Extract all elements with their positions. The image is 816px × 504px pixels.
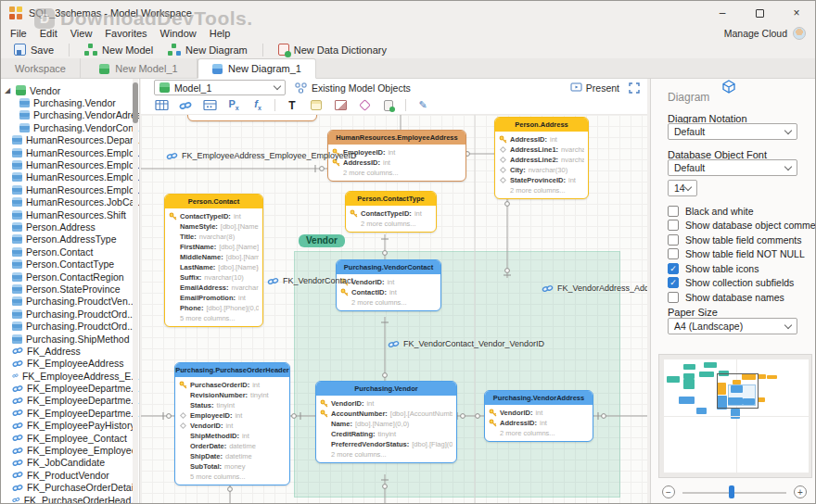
sidebar-item-humanresources-emplo-[interactable]: HumanResources.Emplo... [1, 146, 139, 158]
sidebar-item-fk-employeeaddress-e-[interactable]: FK_EmployeeAddress_E... [1, 370, 139, 382]
diagram-notation-select[interactable]: Default [668, 123, 797, 140]
new-data-dictionary-button[interactable]: New Data Dictionary [274, 43, 390, 57]
menu-item-window[interactable]: Window [160, 28, 197, 39]
sidebar-item-person-contact[interactable]: Person.Contact [1, 246, 139, 258]
shape-icon[interactable] [357, 98, 372, 113]
edit-objects-icon[interactable]: ✎ [415, 98, 430, 113]
sidebar-item-fk-jobcandidate[interactable]: FK_JobCandidate [1, 457, 139, 469]
function-icon[interactable]: fx [250, 98, 265, 113]
menu-item-file[interactable]: File [10, 28, 27, 39]
note-icon[interactable] [309, 98, 324, 113]
sidebar-item-purchasing-proudctord-[interactable]: Purchasing.ProudctOrd... [1, 308, 139, 320]
sidebar-item-purchasing-vendor[interactable]: Purchasing.Vendor [1, 96, 139, 108]
sidebar-item-fk-employee-contact[interactable]: FK_Employee_Contact [1, 432, 139, 444]
manage-cloud-button[interactable]: Manage Cloud [724, 28, 787, 39]
sidebar-item-person-address[interactable]: Person.Address [1, 220, 139, 233]
table-icon[interactable] [154, 98, 169, 113]
sidebar-item-fk-employeedepartme-[interactable]: FK_EmployeeDepartme... [1, 382, 139, 394]
paste-icon[interactable] [381, 98, 396, 113]
sidebar-item-humanresources-emplo-[interactable]: HumanResources.Emplo... [1, 158, 139, 170]
checkbox-box[interactable]: ✓ [668, 277, 679, 288]
sidebar-item-humanresources-depar-[interactable]: HumanResources.Depar... [1, 134, 139, 146]
checkbox-box[interactable] [668, 292, 679, 303]
relationship-label-fk-vendorcontact-vendor-vendorid[interactable]: FK_VendorContact_Vendor_VendorID [388, 339, 544, 348]
sidebar-item-fk-employeedepartme-[interactable]: FK_EmployeeDepartme... [1, 407, 139, 419]
sidebar-item-humanresources-emplo-[interactable]: HumanResources.Emplo... [1, 183, 139, 195]
text-icon[interactable]: T [285, 98, 300, 113]
tab-new-model-1[interactable]: New Model_1 [81, 58, 198, 79]
relationship-label-fk-vendorcontact[interactable]: FK_VendorContact [267, 276, 353, 285]
user-avatar[interactable] [793, 27, 806, 40]
sidebar-item-purchasing-vendorcont-[interactable]: Purchasing.VendorCont... [1, 121, 139, 133]
new-model-button[interactable]: New Model [81, 43, 157, 57]
sidebar-item-fk-productvendor[interactable]: FK_ProductVendor [1, 469, 139, 481]
parameter-icon[interactable]: Px [226, 98, 241, 113]
chevron-expanded-icon[interactable]: ◢ [5, 86, 12, 94]
checkbox-box[interactable] [668, 234, 679, 246]
sidebar-item-person-contacttype[interactable]: Person.ContactType [1, 258, 139, 270]
sidebar-item-purchasing-shipmethod[interactable]: Purchasing.ShipMethod [1, 333, 139, 345]
checkbox-show-table-field-comments[interactable]: Show table field comments [668, 233, 801, 246]
close-button[interactable]: × [778, 1, 815, 25]
sidebar-item-fk-address[interactable]: FK_Address [1, 345, 139, 357]
checkbox-show-table-icons[interactable]: ✓Show table icons [668, 262, 759, 274]
entity-purchasing-vendor[interactable]: Purchasing.VendorVendorID:intAccountNumb… [315, 381, 457, 463]
minimap[interactable] [658, 354, 812, 478]
entity-partial[interactable]: ModifiedDate:datetime [187, 115, 317, 121]
save-button[interactable]: Save [10, 43, 57, 57]
zoom-in-button[interactable]: + [794, 485, 807, 498]
checkbox-show-database-object-comments[interactable]: Show database object comments [668, 220, 816, 232]
sidebar-item-fk-employeeaddress[interactable]: FK_EmployeeAddress [1, 358, 139, 370]
entity-person-address[interactable]: Person.AddressAddressID:intAddressLine1:… [494, 117, 589, 199]
menu-item-favorites[interactable]: Favorites [105, 28, 147, 39]
entity-purchasing-vendorcontact[interactable]: Purchasing.VendorContactVendorID:intCont… [336, 259, 441, 311]
sidebar-scrollbar-thumb[interactable] [133, 82, 138, 123]
sidebar-item-fk-employeepayhistory[interactable]: FK_EmployeePayHistory [1, 420, 139, 432]
checkbox-box[interactable] [668, 206, 679, 217]
sidebar-item-person-contactregion[interactable]: Person.ContactRegion [1, 271, 139, 283]
paper-size-select[interactable]: A4 (Landscape) [668, 318, 797, 334]
checkbox-black-and-white[interactable]: Black and white [668, 205, 754, 217]
sidebar-item-humanresources-shift[interactable]: HumanResources.Shift [1, 208, 139, 220]
maximize-button[interactable] [741, 1, 778, 25]
relationship-label-fk-vendoraddress-address-[interactable]: FK_VendorAddress_Address_ [542, 284, 647, 293]
sidebar-item-humanresources-jobca-[interactable]: HumanResources.JobCa... [1, 196, 139, 208]
checkbox-show-database-names[interactable]: Show database names [668, 291, 784, 303]
sidebar-item-vendor[interactable]: ◢Vendor [1, 84, 139, 96]
relationship-icon[interactable] [178, 98, 193, 113]
sidebar-item-fk-employee-employee[interactable]: FK_Employee_Employee [1, 444, 139, 456]
menu-item-view[interactable]: View [70, 28, 93, 39]
zoom-slider-handle[interactable] [729, 485, 734, 498]
sidebar-item-purchasing-vendoradress[interactable]: Purchasing.VendorAdress [1, 109, 139, 121]
checkbox-box[interactable]: ✓ [668, 263, 679, 274]
database-object-font-select[interactable]: Default [668, 159, 797, 176]
sidebar-item-fk-purchaseorderdetail[interactable]: FK_PurchaseOrderDetail [1, 482, 139, 494]
menu-item-edit[interactable]: Edit [40, 28, 57, 39]
minimap-viewport[interactable] [717, 373, 759, 409]
checkbox-show-table-field-not-null[interactable]: Show table field NOT NULL [668, 248, 805, 260]
fullscreen-icon[interactable] [629, 82, 640, 94]
sidebar-item-humanresources-emplo-[interactable]: HumanResources.Emplo... [1, 171, 139, 183]
diagram-canvas[interactable]: Vendor [141, 115, 647, 504]
image-icon[interactable] [333, 98, 348, 113]
entity-person-contacttype[interactable]: Person.ContactTypeContactTypeID:int2 mor… [345, 191, 437, 233]
zoom-out-button[interactable]: − [662, 485, 675, 498]
checkbox-show-collection-subfields[interactable]: ✓Show collection subfields [668, 277, 794, 289]
sidebar-scrollbar[interactable] [133, 79, 138, 504]
entity-purchasing-vendoraddress[interactable]: Purchasing.VendorAddressVendorID:intAddr… [484, 390, 593, 442]
vendor-container-label[interactable]: Vendor [299, 234, 345, 247]
relationship-label-fk-employeeaddress-employee-employeeid[interactable]: FK_EmployeeAddress_Employee_EmployeeID [166, 151, 357, 160]
checkbox-box[interactable] [668, 248, 679, 259]
sidebar-item-person-stateprovince[interactable]: Person.StateProvince [1, 283, 139, 295]
present-button[interactable]: Present [570, 82, 619, 94]
sidebar-item-purchasing-proudctord-[interactable]: Purchasing.ProudctOrd... [1, 320, 139, 332]
tab-new-diagram-1[interactable]: New Diagram_1 [198, 58, 316, 79]
tab-workspace[interactable]: Workspace [1, 58, 81, 79]
font-size-select[interactable]: 14 [668, 180, 697, 196]
model-selector[interactable]: Model_1 [154, 80, 286, 95]
view-icon[interactable] [202, 98, 217, 113]
sidebar-item-person-addresstype[interactable]: Person.AddressType [1, 233, 139, 246]
entity-purchasing-purchaseorderheader[interactable]: Purchasing.PurchaseOrderHeaderPurchaseOr… [174, 362, 290, 485]
menu-item-help[interactable]: Help [210, 28, 231, 39]
checkbox-box[interactable] [668, 220, 679, 231]
